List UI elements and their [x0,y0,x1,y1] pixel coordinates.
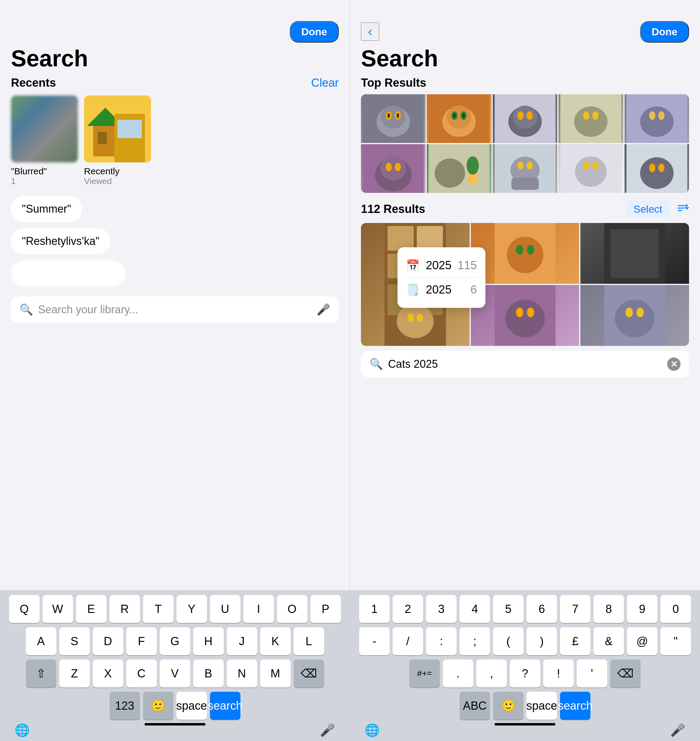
chip-reshetylivska[interactable]: "Reshetylivs'ka" [11,228,110,254]
key-amp[interactable]: & [594,627,624,655]
photo-cell-10[interactable] [625,144,689,193]
search-input-right[interactable]: Cats 2025 [388,358,662,371]
globe-icon-right[interactable]: 🌐 [365,723,380,737]
key-question[interactable]: ? [510,659,540,687]
key-pound[interactable]: £ [560,627,590,655]
search-bar-left[interactable]: 🔍 Search your library... 🎤 [11,296,339,323]
photo-cell-2[interactable] [427,94,491,143]
clear-button[interactable]: Clear [311,76,339,90]
sort-button[interactable] [676,201,689,217]
key-emoji-right[interactable]: 🙂 [493,692,524,720]
key-l[interactable]: L [294,627,324,655]
key-backspace-left[interactable]: ⌫ [294,659,324,687]
photo-cell-5[interactable] [625,94,689,143]
key-g[interactable]: G [160,627,190,655]
search-input-left[interactable]: Search your library... [38,303,312,316]
key-a[interactable]: A [26,627,56,655]
clear-x-button[interactable]: ✕ [667,357,681,371]
result-cell-3[interactable] [580,223,689,284]
key-p[interactable]: P [310,595,341,623]
key-w[interactable]: W [43,595,73,623]
mic-icon-left[interactable]: 🎤 [316,303,330,316]
chip-blurred[interactable]: ████████ 🌟🌟 [11,260,126,286]
key-semi[interactable]: ; [460,627,490,655]
chip-summer[interactable]: "Summer" [11,196,82,222]
dropdown-row-2[interactable]: 🗒️ 2025 6 [397,278,485,302]
key-apostrophe[interactable]: ' [577,659,607,687]
key-8[interactable]: 8 [594,595,624,623]
photo-cell-8[interactable] [493,144,557,193]
key-s[interactable]: S [59,627,90,655]
key-9[interactable]: 9 [627,595,657,623]
key-t[interactable]: T [143,595,174,623]
key-dot[interactable]: . [443,659,473,687]
result-cell-5[interactable] [580,285,689,346]
key-z[interactable]: Z [59,659,90,687]
key-space-left[interactable]: space [176,692,207,720]
key-0[interactable]: 0 [660,595,691,623]
key-o[interactable]: O [277,595,307,623]
key-colon[interactable]: : [426,627,456,655]
search-bar-right[interactable]: 🔍 Cats 2025 ✕ [361,351,689,377]
key-emoji-left[interactable]: 🙂 [143,692,174,720]
key-k[interactable]: K [260,627,291,655]
photo-cell-6[interactable] [361,144,425,193]
key-space-right[interactable]: space [526,692,557,720]
key-at[interactable]: @ [627,627,657,655]
key-7[interactable]: 7 [560,595,590,623]
key-123-left[interactable]: 123 [110,692,140,720]
back-button-right[interactable]: ‹ [361,22,379,41]
done-button-left[interactable]: Done [290,21,339,43]
key-backspace-right[interactable]: ⌫ [610,659,641,687]
key-r[interactable]: R [110,595,140,623]
key-4[interactable]: 4 [460,595,490,623]
dropdown-row-1[interactable]: 📅 2025 115 [397,253,485,277]
globe-icon-left[interactable]: 🌐 [15,723,30,737]
key-m[interactable]: M [260,659,291,687]
key-slash[interactable]: / [393,627,423,655]
key-x[interactable]: X [93,659,123,687]
photo-cell-9[interactable] [559,144,623,193]
key-c[interactable]: C [126,659,157,687]
key-u[interactable]: U [210,595,240,623]
select-button[interactable]: Select [625,200,671,218]
mic-icon-kb-left[interactable]: 🎤 [320,723,335,737]
key-hashplus[interactable]: #+= [409,659,440,687]
photo-cell-4[interactable] [559,94,623,143]
key-e[interactable]: E [76,595,106,623]
key-v[interactable]: V [160,659,190,687]
key-quote[interactable]: " [660,627,691,655]
key-1[interactable]: 1 [359,595,390,623]
key-f[interactable]: F [126,627,157,655]
key-y[interactable]: Y [176,595,207,623]
photo-cell-1[interactable] [361,94,425,143]
photo-cell-7[interactable] [427,144,491,193]
key-6[interactable]: 6 [526,595,557,623]
thumb-recently-viewed[interactable]: Recently Viewed [84,95,151,186]
key-h[interactable]: H [193,627,224,655]
key-exclaim[interactable]: ! [543,659,574,687]
key-n[interactable]: N [227,659,257,687]
results-photo-grid[interactable]: 📅 2025 115 🗒️ 2025 6 [361,223,689,346]
thumb-blurred[interactable]: "Blurred" 1 [11,95,78,186]
key-abc-right[interactable]: ABC [460,692,490,720]
photo-grid-top[interactable] [361,94,689,193]
key-shift[interactable]: ⇧ [26,659,56,687]
key-b[interactable]: B [193,659,224,687]
photo-cell-3[interactable] [493,94,557,143]
key-2[interactable]: 2 [393,595,423,623]
done-button-right[interactable]: Done [640,21,689,43]
key-comma[interactable]: , [476,659,507,687]
key-d[interactable]: D [93,627,123,655]
key-5[interactable]: 5 [493,595,524,623]
result-cell-2[interactable] [471,223,579,284]
key-q[interactable]: Q [9,595,40,623]
key-3[interactable]: 3 [426,595,456,623]
autocomplete-dropdown[interactable]: 📅 2025 115 🗒️ 2025 6 [397,247,485,308]
key-i[interactable]: I [244,595,274,623]
key-search-left[interactable]: search [210,692,240,720]
key-rparen[interactable]: ) [526,627,557,655]
key-dash[interactable]: - [359,627,390,655]
key-lparen[interactable]: ( [493,627,524,655]
result-cell-4[interactable] [471,285,579,346]
